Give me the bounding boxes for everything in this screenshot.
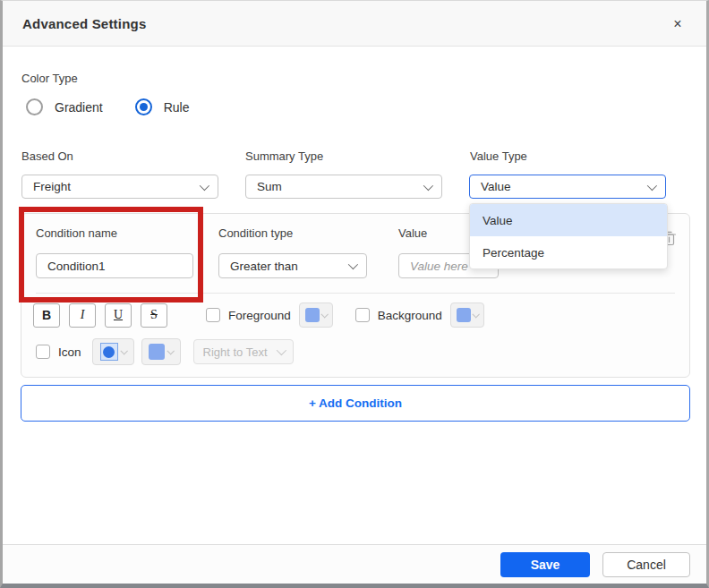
icon-color-swatch	[149, 344, 165, 360]
based-on-label: Based On	[21, 149, 73, 163]
underline-button[interactable]: U	[105, 303, 132, 328]
cancel-button[interactable]: Cancel	[602, 552, 690, 577]
chevron-down-icon	[647, 180, 657, 190]
condition-name-input[interactable]	[36, 253, 193, 278]
save-button[interactable]: Save	[500, 552, 590, 577]
icon-shape-selected	[100, 343, 118, 361]
icon-position-select[interactable]: Right to Text	[193, 339, 294, 364]
condition-value-label: Value	[398, 226, 427, 240]
icon-checkbox[interactable]	[36, 345, 50, 359]
radio-gradient[interactable]: Gradient	[26, 98, 103, 115]
format-toolbar: B I U S Foreground Background	[33, 303, 484, 328]
chevron-down-icon	[423, 180, 433, 190]
foreground-label: Foreground	[228, 309, 291, 322]
value-type-label: Value Type	[470, 149, 527, 163]
dialog-footer: Save Cancel	[3, 544, 706, 584]
value-type-dropdown-popup: Value Percentage	[469, 203, 668, 269]
dialog-title: Advanced Settings	[22, 16, 146, 31]
value-type-value: Value	[481, 180, 511, 193]
based-on-value: Freight	[33, 180, 71, 193]
icon-shape-picker[interactable]	[92, 338, 134, 365]
radio-gradient-label: Gradient	[55, 100, 103, 115]
icon-position-value: Right to Text	[203, 345, 268, 359]
condition-name-label: Condition name	[36, 226, 117, 240]
close-icon[interactable]: ×	[667, 13, 688, 35]
color-type-radio-group: Gradient Rule	[26, 98, 190, 115]
foreground-color-picker[interactable]	[299, 303, 333, 328]
italic-button[interactable]: I	[69, 303, 96, 328]
chevron-down-icon	[472, 311, 479, 318]
dropdown-option-value[interactable]: Value	[470, 204, 667, 236]
foreground-checkbox[interactable]	[206, 308, 220, 322]
chevron-down-icon	[348, 260, 358, 269]
bold-button[interactable]: B	[33, 303, 60, 328]
radio-rule-label: Rule	[164, 100, 190, 115]
radio-rule-dot	[140, 103, 148, 111]
background-label: Background	[378, 309, 442, 322]
background-color-picker[interactable]	[450, 303, 484, 328]
summary-type-value: Sum	[257, 180, 282, 193]
add-condition-button[interactable]: + Add Condition	[21, 385, 690, 422]
radio-gradient-circle[interactable]	[26, 98, 43, 115]
summary-type-label: Summary Type	[245, 149, 323, 163]
chevron-down-icon	[167, 347, 174, 354]
value-type-select[interactable]: Value	[469, 175, 666, 199]
circle-icon	[103, 346, 115, 358]
chevron-down-icon	[200, 180, 209, 190]
condition-type-value: Greater than	[230, 260, 298, 273]
foreground-color-swatch	[305, 308, 320, 322]
background-checkbox[interactable]	[355, 308, 370, 322]
condition-type-label: Condition type	[218, 226, 293, 240]
condition-type-select[interactable]: Greater than	[218, 253, 367, 278]
strikethrough-button[interactable]: S	[141, 303, 167, 328]
icon-row: Icon Right to Text	[36, 338, 294, 365]
dropdown-option-percentage[interactable]: Percentage	[470, 236, 667, 268]
color-type-label: Color Type	[21, 72, 78, 85]
dialog-header: Advanced Settings ×	[3, 1, 706, 47]
summary-type-select[interactable]: Sum	[245, 175, 442, 199]
card-divider	[36, 293, 675, 294]
based-on-select[interactable]: Freight	[21, 175, 218, 199]
radio-rule-circle[interactable]	[135, 98, 152, 115]
background-color-swatch	[457, 308, 471, 322]
radio-rule[interactable]: Rule	[135, 98, 190, 115]
advanced-settings-dialog: Advanced Settings × Color Type Gradient …	[0, 0, 709, 588]
chevron-down-icon	[276, 345, 286, 355]
chevron-down-icon	[120, 347, 127, 354]
icon-color-picker[interactable]	[141, 338, 181, 365]
chevron-down-icon	[320, 311, 328, 318]
icon-label: Icon	[58, 345, 81, 359]
